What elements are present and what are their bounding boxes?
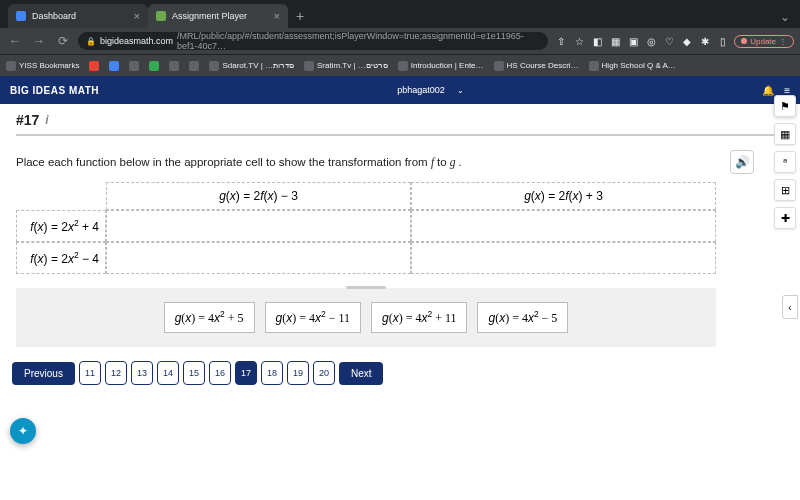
bookmark-label: Sdarot.TV | …סדרות [222,61,294,70]
question-nav: Previous 11 12 13 14 15 16 17 18 19 20 N… [0,357,800,389]
col-header-1: g(x) = 2f(x) − 3 [106,182,411,210]
divider [16,134,784,136]
page-button-12[interactable]: 12 [105,361,127,385]
update-dot-icon [741,38,747,44]
forward-button[interactable]: → [30,34,48,48]
bookmark-label: YISS Bookmarks [19,61,79,70]
page-button-19[interactable]: 19 [287,361,309,385]
bookmark-icon [169,61,179,71]
new-tab-button[interactable]: + [288,4,312,28]
bookmark-item[interactable] [109,61,119,71]
collapse-panel-button[interactable]: ‹ [782,295,798,319]
window-expand-icon[interactable]: ⌄ [770,6,800,28]
bookmark-item[interactable] [169,61,179,71]
ext-icon[interactable]: ▦ [608,34,622,48]
bookmark-item[interactable]: High School Q & A… [589,61,676,71]
drag-drop-area: g(x) = 2f(x) − 3 g(x) = 2f(x) + 3 f(x) =… [0,178,800,282]
bookmark-item[interactable]: Sdarot.TV | …סדרות [209,61,294,71]
prompt-text: Place each function below in the appropr… [16,156,431,168]
next-button[interactable]: Next [339,362,384,385]
close-icon[interactable]: × [134,10,140,22]
page-button-11[interactable]: 11 [79,361,101,385]
prompt-var: f [431,156,434,168]
reload-button[interactable]: ⟳ [54,34,72,48]
question-number-text: #17 [16,112,39,128]
drop-cell-2-1[interactable] [106,242,411,274]
answer-tile[interactable]: g(x) = 4x2 + 5 [164,302,255,333]
col-header-2: g(x) = 2f(x) + 3 [411,182,716,210]
tab-title: Dashboard [32,11,76,21]
bookmark-item[interactable] [149,61,159,71]
address-bar[interactable]: 🔒 bigideasmath.com /MRL/public/app/#/stu… [78,32,548,50]
browser-tab-assignment[interactable]: Assignment Player × [148,4,288,28]
tab-favicon [156,11,166,21]
bookmark-icon [109,61,119,71]
tab-favicon [16,11,26,21]
prompt-var: g [450,156,456,168]
lock-icon: 🔒 [86,37,96,46]
help-avatar-button[interactable]: ✦ [10,418,36,444]
browser-tab-strip: Dashboard × Assignment Player × + ⌄ [0,0,800,28]
bookmark-icon [149,61,159,71]
star-icon[interactable]: ☆ [572,34,586,48]
folder-icon [6,61,16,71]
bookmark-icon [89,61,99,71]
answer-tile[interactable]: g(x) = 4x2 − 5 [477,302,568,333]
page-button-15[interactable]: 15 [183,361,205,385]
chevron-down-icon[interactable]: ⌄ [457,86,464,95]
update-label: Update [750,37,776,46]
tools-button[interactable]: ⊞ [774,179,796,201]
bookmark-item[interactable]: YISS Bookmarks [6,61,79,71]
header-actions: 🔔 ≡ [762,85,790,96]
header-center: pbhagat002 ⌄ [99,85,762,95]
bookmark-label: HS Course Descri… [507,61,579,70]
drop-cell-2-2[interactable] [411,242,716,274]
calculator-button[interactable]: ▦ [774,123,796,145]
row-header-2: f(x) = 2x2 − 4 [16,242,106,274]
back-button[interactable]: ← [6,34,24,48]
page-button-14[interactable]: 14 [157,361,179,385]
bookmark-icon [494,61,504,71]
bookmark-item[interactable] [89,61,99,71]
extensions-icon[interactable]: ✱ [698,34,712,48]
brand-title: BIG IDEAS MATH [10,85,99,96]
ext-icon[interactable]: ◆ [680,34,694,48]
info-icon[interactable]: i [45,113,48,127]
menu-icon[interactable]: ≡ [784,85,790,96]
update-button[interactable]: Update ⋮ [734,35,794,48]
ext-icon[interactable]: ▣ [626,34,640,48]
bookmark-item[interactable]: Sratim.Tv | …סרטים [304,61,388,71]
question-number: #17 i [16,112,784,128]
flag-button[interactable]: ⚑ [774,95,796,117]
page-button-18[interactable]: 18 [261,361,283,385]
bookmark-item[interactable] [189,61,199,71]
bookmark-item[interactable]: Introduction | Ente… [398,61,484,71]
ext-icon[interactable]: ◧ [590,34,604,48]
close-icon[interactable]: × [274,10,280,22]
drop-cell-1-2[interactable] [411,210,716,242]
page-button-16[interactable]: 16 [209,361,231,385]
language-button[interactable]: ᵃ [774,151,796,173]
bookmarks-bar: YISS Bookmarks Sdarot.TV | …סדרות Sratim… [0,54,800,76]
bell-icon[interactable]: 🔔 [762,85,774,96]
drop-cell-1-1[interactable] [106,210,411,242]
page-button-20[interactable]: 20 [313,361,335,385]
browser-tab-dashboard[interactable]: Dashboard × [8,4,148,28]
bookmark-item[interactable] [129,61,139,71]
answer-tile[interactable]: g(x) = 4x2 + 11 [371,302,467,333]
bookmark-label: Sratim.Tv | …סרטים [317,61,388,70]
side-panel-icon[interactable]: ▯ [716,34,730,48]
share-icon[interactable]: ⇧ [554,34,568,48]
table-corner [16,182,106,210]
bookmark-item[interactable]: HS Course Descri… [494,61,579,71]
ext-icon[interactable]: ♡ [662,34,676,48]
page-button-13[interactable]: 13 [131,361,153,385]
bookmark-icon [129,61,139,71]
previous-button[interactable]: Previous [12,362,75,385]
answer-tile[interactable]: g(x) = 4x2 − 11 [265,302,361,333]
accessibility-button[interactable]: ✚ [774,207,796,229]
ext-icon[interactable]: ◎ [644,34,658,48]
bookmark-icon [398,61,408,71]
page-button-17[interactable]: 17 [235,361,257,385]
read-aloud-button[interactable]: 🔊 [730,150,754,174]
